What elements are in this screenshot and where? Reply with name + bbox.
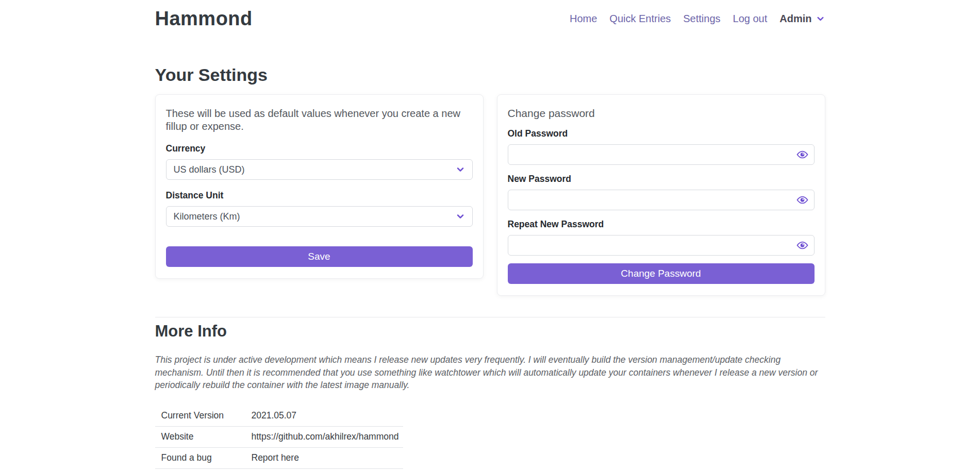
nav-item-quick-entries[interactable]: Quick Entries [609,13,671,25]
main-container: Hammond Home Quick Entries Settings Log … [155,0,825,471]
development-note: This project is under active development… [155,354,825,392]
nav-item-logout[interactable]: Log out [733,13,768,25]
new-password-input-wrap [508,190,815,210]
new-password-group: New Password [508,174,815,210]
old-password-group: Old Password [508,128,815,165]
chevron-down-icon [455,211,466,222]
repeat-password-label: Repeat New Password [508,219,815,230]
table-row: Feature Request Request here [155,469,403,471]
distance-unit-select-value: Kilometers (Km) [174,211,240,222]
chevron-down-icon [816,14,825,24]
website-link[interactable]: https://github.com/akhilrex/hammond [245,431,399,442]
nav-item-home[interactable]: Home [570,13,597,25]
info-label-current-version: Current Version [155,410,245,421]
main-nav: Home Quick Entries Settings Log out Admi… [570,13,825,25]
report-bug-link[interactable]: Report here [245,452,299,463]
old-password-label: Old Password [508,128,815,139]
toggle-old-password-visibility[interactable] [796,149,808,161]
distance-unit-select[interactable]: Kilometers (Km) [166,206,473,227]
chevron-down-icon [455,164,466,175]
change-password-button[interactable]: Change Password [508,263,815,284]
repeat-password-input[interactable] [508,235,815,256]
admin-dropdown-label: Admin [779,13,811,25]
toggle-new-password-visibility[interactable] [796,194,808,206]
info-label-website: Website [155,431,245,442]
eye-icon [796,149,808,161]
currency-select-value: US dollars (USD) [174,164,245,175]
nav-item-settings[interactable]: Settings [683,13,720,25]
header: Hammond Home Quick Entries Settings Log … [155,0,825,31]
new-password-label: New Password [508,174,815,184]
repeat-password-group: Repeat New Password [508,219,815,256]
table-row: Current Version 2021.05.07 [155,406,403,427]
info-label-found-a-bug: Found a bug [155,452,245,463]
admin-dropdown[interactable]: Admin [779,13,825,25]
old-password-input[interactable] [508,144,815,165]
defaults-description: These will be used as default values whe… [166,107,473,133]
table-row: Found a bug Report here [155,448,403,469]
eye-icon [796,240,808,251]
section-divider [155,317,825,317]
old-password-input-wrap [508,144,815,165]
more-info-title: More Info [155,322,825,341]
info-value-current-version: 2021.05.07 [245,410,297,421]
defaults-card: These will be used as default values whe… [155,94,484,279]
save-button[interactable]: Save [166,246,473,267]
page-title: Your Settings [155,65,825,85]
currency-select[interactable]: US dollars (USD) [166,159,473,180]
settings-cards: These will be used as default values whe… [155,94,825,296]
currency-label: Currency [166,143,473,154]
new-password-input[interactable] [508,190,815,210]
distance-unit-label: Distance Unit [166,190,473,201]
eye-icon [796,194,808,206]
info-table: Current Version 2021.05.07 Website https… [155,406,403,471]
change-password-title: Change password [508,107,815,120]
change-password-card: Change password Old Password New Passwor… [497,94,825,296]
brand-logo[interactable]: Hammond [155,8,253,30]
toggle-repeat-password-visibility[interactable] [796,240,808,251]
repeat-password-input-wrap [508,235,815,256]
table-row: Website https://github.com/akhilrex/hamm… [155,427,403,448]
